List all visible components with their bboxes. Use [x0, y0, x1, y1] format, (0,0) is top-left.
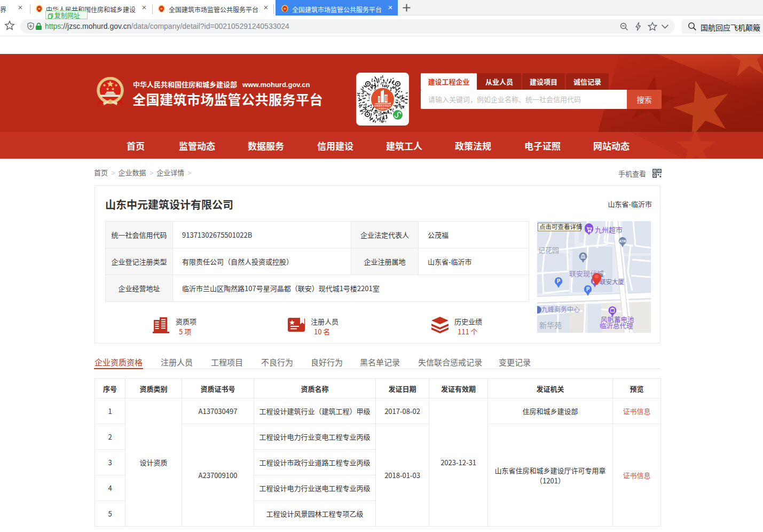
svg-text:公共服务平台: 公共服务平台 — [377, 107, 389, 110]
svg-text:联安大厦: 联安大厦 — [600, 277, 624, 286]
svg-text:临沂总代理: 临沂总代理 — [600, 320, 633, 331]
svg-text:ATM: ATM — [619, 239, 626, 244]
svg-text:P: P — [557, 277, 561, 285]
svg-text:新华苑: 新华苑 — [539, 319, 562, 330]
svg-text:点击可查看详情: 点击可查看详情 — [539, 222, 583, 231]
svg-text:九峰商务中心: 九峰商务中心 — [541, 304, 580, 314]
svg-text:P: P — [586, 285, 590, 293]
svg-text:九州超市: 九州超市 — [595, 224, 623, 234]
svg-text:记花园: 记花园 — [538, 245, 559, 255]
